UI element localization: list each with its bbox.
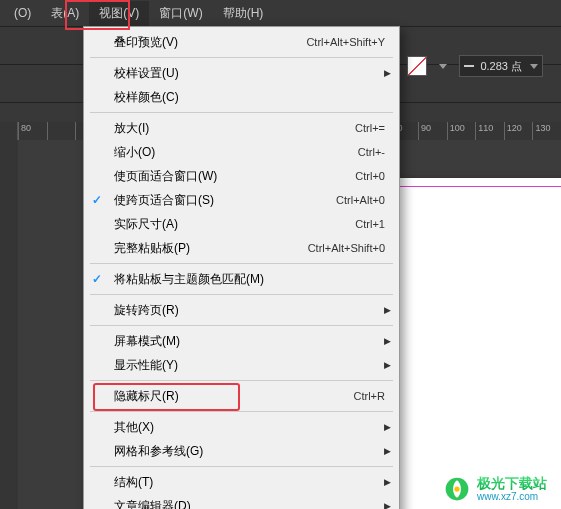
stroke-icon: [464, 65, 474, 67]
check-icon: ✓: [92, 272, 102, 286]
menu-shortcut: Ctrl+Alt+0: [336, 194, 385, 206]
menu-item[interactable]: 完整粘贴板(P)Ctrl+Alt+Shift+0: [84, 236, 399, 260]
menu-item[interactable]: 网格和参考线(G)▶: [84, 439, 399, 463]
menu-shortcut: Ctrl+Alt+Shift+0: [308, 242, 385, 254]
chevron-right-icon: ▶: [384, 422, 391, 432]
ruler-tick: 120: [504, 122, 533, 140]
ruler-vertical[interactable]: [0, 140, 18, 509]
chevron-right-icon: ▶: [384, 446, 391, 456]
menu-item-label: 隐藏标尺(R): [114, 388, 334, 405]
menubar: (O) 表(A) 视图(V) 窗口(W) 帮助(H): [0, 0, 561, 26]
menu-item-label: 使跨页适合窗口(S): [114, 192, 316, 209]
menu-item[interactable]: 其他(X)▶: [84, 415, 399, 439]
menu-item[interactable]: 屏幕模式(M)▶: [84, 329, 399, 353]
menu-separator: [90, 112, 393, 113]
menu-shortcut: Ctrl+R: [354, 390, 385, 402]
chevron-right-icon: ▶: [384, 360, 391, 370]
menu-item-label: 校样颜色(C): [114, 89, 385, 106]
menu-item[interactable]: 实际尺寸(A)Ctrl+1: [84, 212, 399, 236]
menu-item-label: 网格和参考线(G): [114, 443, 385, 460]
stroke-weight-value: 0.283 点: [476, 59, 526, 74]
menu-item[interactable]: 文章编辑器(D)▶: [84, 494, 399, 509]
menu-shortcut: Ctrl+1: [355, 218, 385, 230]
ruler-tick: 130: [532, 122, 561, 140]
menu-shortcut: Ctrl+=: [355, 122, 385, 134]
menu-item-label: 结构(T): [114, 474, 385, 491]
ruler-origin[interactable]: [0, 122, 18, 140]
menu-shortcut: Ctrl+Alt+Shift+Y: [306, 36, 385, 48]
menu-item[interactable]: 叠印预览(V)Ctrl+Alt+Shift+Y: [84, 30, 399, 54]
chevron-right-icon: ▶: [384, 477, 391, 487]
menu-item[interactable]: 旋转跨页(R)▶: [84, 298, 399, 322]
menu-item-label: 其他(X): [114, 419, 385, 436]
menu-separator: [90, 294, 393, 295]
menu-item-label: 使页面适合窗口(W): [114, 168, 335, 185]
menu-o[interactable]: (O): [4, 2, 41, 24]
fill-none-swatch[interactable]: [407, 56, 427, 76]
right-tool-cluster: 0.283 点: [407, 55, 543, 77]
menu-shortcut: Ctrl+-: [358, 146, 385, 158]
menu-item-label: 缩小(O): [114, 144, 338, 161]
check-icon: ✓: [92, 193, 102, 207]
menu-item[interactable]: 校样设置(U)▶: [84, 61, 399, 85]
menu-separator: [90, 57, 393, 58]
menu-item-label: 完整粘贴板(P): [114, 240, 288, 257]
menu-item-label: 显示性能(Y): [114, 357, 385, 374]
menu-separator: [90, 380, 393, 381]
watermark-url: www.xz7.com: [477, 491, 547, 502]
menu-item[interactable]: 结构(T)▶: [84, 470, 399, 494]
menu-item-label: 文章编辑器(D): [114, 498, 385, 510]
menu-table[interactable]: 表(A): [41, 1, 89, 26]
menu-help[interactable]: 帮助(H): [213, 1, 274, 26]
menu-separator: [90, 466, 393, 467]
menu-separator: [90, 411, 393, 412]
menu-item-label: 将粘贴板与主题颜色匹配(M): [114, 271, 385, 288]
menu-shortcut: Ctrl+0: [355, 170, 385, 182]
ruler-tick: [47, 122, 76, 140]
menu-item-label: 校样设置(U): [114, 65, 385, 82]
chevron-right-icon: ▶: [384, 68, 391, 78]
menu-item[interactable]: 放大(I)Ctrl+=: [84, 116, 399, 140]
watermark: 极光下载站 www.xz7.com: [443, 475, 547, 503]
view-menu-dropdown: 叠印预览(V)Ctrl+Alt+Shift+Y校样设置(U)▶校样颜色(C)放大…: [83, 26, 400, 509]
menu-item[interactable]: ✓使跨页适合窗口(S)Ctrl+Alt+0: [84, 188, 399, 212]
ruler-tick: 100: [447, 122, 476, 140]
menu-item[interactable]: 缩小(O)Ctrl+-: [84, 140, 399, 164]
menu-separator: [90, 325, 393, 326]
menu-item[interactable]: 隐藏标尺(R)Ctrl+R: [84, 384, 399, 408]
menu-item-label: 放大(I): [114, 120, 335, 137]
watermark-logo-icon: [443, 475, 471, 503]
menu-item-label: 实际尺寸(A): [114, 216, 335, 233]
menu-item[interactable]: ✓将粘贴板与主题颜色匹配(M): [84, 267, 399, 291]
menu-separator: [90, 263, 393, 264]
watermark-title: 极光下载站: [477, 476, 547, 491]
ruler-tick: 90: [418, 122, 447, 140]
dropdown-icon[interactable]: [530, 64, 538, 69]
ruler-tick: 110: [475, 122, 504, 140]
menu-item[interactable]: 校样颜色(C): [84, 85, 399, 109]
chevron-right-icon: ▶: [384, 305, 391, 315]
menu-window[interactable]: 窗口(W): [149, 1, 212, 26]
chevron-right-icon: ▶: [384, 336, 391, 346]
ruler-tick: 80: [18, 122, 47, 140]
menu-item-label: 旋转跨页(R): [114, 302, 385, 319]
dropdown-icon[interactable]: [439, 64, 447, 69]
stroke-weight-field[interactable]: 0.283 点: [459, 55, 543, 77]
menu-item-label: 屏幕模式(M): [114, 333, 385, 350]
menu-item[interactable]: 使页面适合窗口(W)Ctrl+0: [84, 164, 399, 188]
menu-view[interactable]: 视图(V): [89, 1, 149, 26]
chevron-right-icon: ▶: [384, 501, 391, 509]
menu-item[interactable]: 显示性能(Y)▶: [84, 353, 399, 377]
menu-item-label: 叠印预览(V): [114, 34, 286, 51]
svg-point-1: [454, 486, 459, 491]
